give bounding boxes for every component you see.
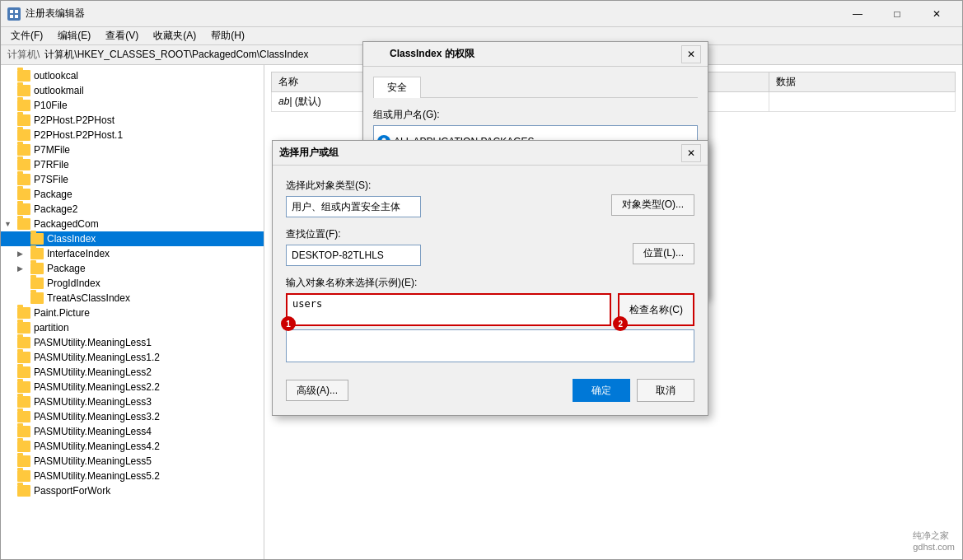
expand-arrow bbox=[4, 472, 17, 480]
title-bar-left: 注册表编辑器 bbox=[7, 7, 85, 21]
ok-button[interactable]: 确定 bbox=[573, 379, 630, 402]
svg-rect-3 bbox=[15, 15, 18, 18]
select-user-close-button[interactable]: ✕ bbox=[681, 144, 701, 162]
sidebar-item-p7sfile[interactable]: P7SFile bbox=[1, 172, 264, 187]
expand-arrow bbox=[4, 427, 17, 436]
tree-label: Package2 bbox=[34, 203, 77, 215]
sidebar-item-p7rfile[interactable]: P7RFile bbox=[1, 157, 264, 172]
sidebar-item-package2[interactable]: Package2 bbox=[1, 202, 264, 217]
sidebar-item-pasm52[interactable]: PASMUtility.MeaningLess5.2 bbox=[1, 469, 264, 483]
folder-icon bbox=[17, 114, 30, 126]
tree-label: PASMUtility.MeaningLess4.2 bbox=[34, 441, 160, 452]
tree-label: outlookmail bbox=[34, 85, 84, 96]
advanced-button[interactable]: 高级(A)... bbox=[286, 380, 348, 401]
bottom-buttons: 高级(A)... 确定 取消 bbox=[286, 372, 694, 402]
maximize-button[interactable]: □ bbox=[878, 2, 916, 26]
sidebar-item-outlookmail[interactable]: outlookmail bbox=[1, 83, 264, 98]
watermark: 纯净之家 gdhst.com bbox=[913, 530, 955, 552]
check-name-button[interactable]: 检查名称(C) bbox=[618, 293, 694, 326]
menu-view[interactable]: 查看(V) bbox=[99, 27, 145, 44]
expand-arrow bbox=[4, 131, 17, 139]
sidebar-item-passportforwork[interactable]: PassportForWork bbox=[1, 483, 264, 498]
sidebar-item-package-child[interactable]: ▶ Package bbox=[1, 261, 264, 276]
sidebar-item-outlookcal[interactable]: outlookcal bbox=[1, 68, 264, 83]
sidebar-item-p10file[interactable]: P10File bbox=[1, 98, 264, 113]
menu-help[interactable]: 帮助(H) bbox=[204, 27, 251, 44]
sidebar-item-package[interactable]: Package bbox=[1, 187, 264, 202]
object-type-button[interactable]: 对象类型(O)... bbox=[611, 194, 694, 216]
check-name-wrapper: 检查名称(C) 2 bbox=[618, 293, 694, 326]
folder-icon bbox=[17, 174, 30, 185]
folder-icon bbox=[17, 455, 30, 467]
menu-edit[interactable]: 编辑(E) bbox=[51, 27, 97, 44]
sidebar-item-partition[interactable]: partition bbox=[1, 320, 264, 335]
expand-arrow bbox=[4, 205, 17, 213]
select-user-title-left: 选择用户或组 bbox=[279, 146, 339, 160]
col-data: 数据 bbox=[769, 72, 956, 92]
sidebar-item-pasm2[interactable]: PASMUtility.MeaningLess2 bbox=[1, 365, 264, 380]
name-result-input[interactable] bbox=[286, 329, 694, 362]
sidebar-item-pasm3[interactable]: PASMUtility.MeaningLess3 bbox=[1, 394, 264, 409]
user-group-label: 组或用户名(G): bbox=[373, 108, 698, 122]
object-type-input[interactable] bbox=[286, 196, 421, 217]
menu-file[interactable]: 文件(F) bbox=[4, 27, 49, 44]
sidebar-item-progidindex[interactable]: ProgIdIndex bbox=[1, 276, 264, 291]
minimize-button[interactable]: — bbox=[839, 2, 877, 26]
expand-arrow bbox=[4, 190, 17, 198]
svg-rect-1 bbox=[15, 10, 18, 13]
tree-label: PASMUtility.MeaningLess3 bbox=[34, 396, 152, 408]
expand-arrow bbox=[4, 442, 17, 450]
sidebar-item-paintpicture[interactable]: Paint.Picture bbox=[1, 306, 264, 320]
folder-icon bbox=[17, 441, 30, 452]
classindex-title-bar: ClassIndex 的权限 ✕ bbox=[363, 42, 708, 67]
location-btn-wrapper: 位置(L)... bbox=[633, 243, 694, 264]
menu-favorites[interactable]: 收藏夹(A) bbox=[147, 27, 203, 44]
sidebar-item-p7mfile[interactable]: P7MFile bbox=[1, 142, 264, 157]
location-row: 查找位置(F): 位置(L)... bbox=[286, 227, 694, 266]
sidebar-item-pasm1[interactable]: PASMUtility.MeaningLess1 bbox=[1, 335, 264, 350]
sidebar-item-pasm22[interactable]: PASMUtility.MeaningLess2.2 bbox=[1, 380, 264, 394]
location-section: 查找位置(F): bbox=[286, 227, 626, 266]
tree-label: P10File bbox=[34, 100, 68, 111]
tree-label: PASMUtility.MeaningLess1.2 bbox=[34, 352, 160, 363]
sidebar-item-p2phost1[interactable]: P2PHost.P2PHost.1 bbox=[1, 128, 264, 142]
cancel-button[interactable]: 取消 bbox=[637, 379, 694, 402]
sidebar-item-treatasclassindex[interactable]: TreatAsClassIndex bbox=[1, 291, 264, 306]
folder-icon bbox=[17, 322, 30, 334]
name-input-area: users 1 检查名称(C) 2 bbox=[286, 293, 694, 326]
tree-label: Package bbox=[47, 263, 86, 274]
location-input[interactable] bbox=[286, 245, 421, 266]
sidebar-item-p2phost[interactable]: P2PHost.P2PHost bbox=[1, 113, 264, 128]
expand-arrow bbox=[4, 368, 17, 376]
expand-arrow bbox=[4, 146, 17, 154]
tree-label: Package bbox=[34, 189, 72, 200]
sidebar: outlookcal outlookmail P10File P2PHost.P… bbox=[1, 65, 264, 559]
folder-icon bbox=[17, 144, 30, 156]
tree-label: ProgIdIndex bbox=[47, 278, 101, 289]
sidebar-item-pasm32[interactable]: PASMUtility.MeaningLess3.2 bbox=[1, 409, 264, 424]
object-type-section: 选择此对象类型(S): bbox=[286, 179, 605, 217]
expand-arrow bbox=[4, 101, 17, 110]
sidebar-item-pasm5[interactable]: PASMUtility.MeaningLess5 bbox=[1, 454, 264, 469]
sidebar-item-classindex[interactable]: ClassIndex bbox=[1, 231, 264, 246]
close-button[interactable]: ✕ bbox=[918, 2, 956, 26]
folder-icon bbox=[30, 292, 44, 304]
object-type-btn-wrapper: 对象类型(O)... bbox=[611, 194, 694, 216]
tab-security[interactable]: 安全 bbox=[373, 77, 421, 98]
tree-label: InterfaceIndex bbox=[47, 248, 110, 259]
tree-label: outlookcal bbox=[34, 70, 78, 82]
expand-arrow bbox=[17, 279, 30, 287]
location-button[interactable]: 位置(L)... bbox=[633, 243, 694, 264]
sidebar-item-pasm4[interactable]: PASMUtility.MeaningLess4 bbox=[1, 424, 264, 439]
tree-label: PASMUtility.MeaningLess1 bbox=[34, 337, 152, 348]
classindex-close-button[interactable]: ✕ bbox=[681, 45, 701, 63]
name-search-input[interactable]: users bbox=[286, 293, 611, 326]
folder-icon bbox=[17, 218, 30, 230]
sidebar-item-pasm42[interactable]: PASMUtility.MeaningLess4.2 bbox=[1, 439, 264, 454]
address-label: 计算机\ bbox=[7, 48, 40, 62]
tree-label: P7SFile bbox=[34, 174, 68, 185]
sidebar-item-packagedcom[interactable]: ▼ PackagedCom bbox=[1, 217, 264, 231]
folder-icon bbox=[30, 263, 44, 274]
sidebar-item-interfaceindex[interactable]: ▶ InterfaceIndex bbox=[1, 246, 264, 261]
sidebar-item-pasm12[interactable]: PASMUtility.MeaningLess1.2 bbox=[1, 350, 264, 365]
